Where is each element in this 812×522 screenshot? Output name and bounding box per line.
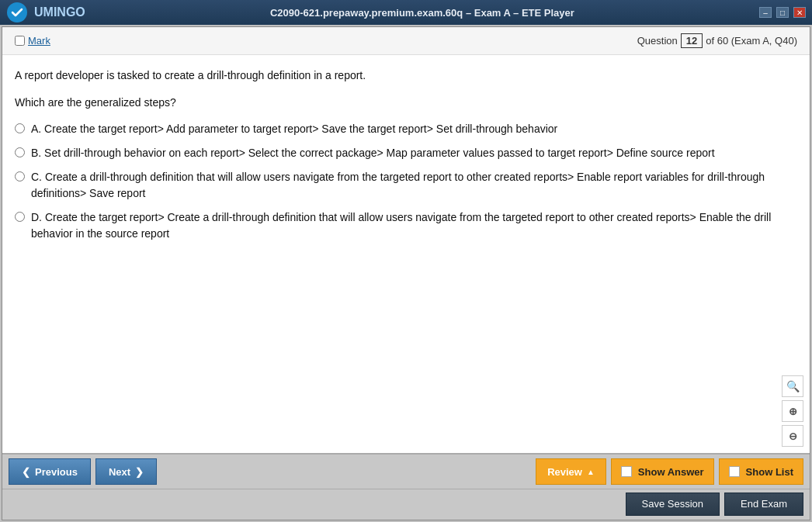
maximize-button[interactable]: □ xyxy=(776,7,789,18)
title-bar-left: UMINGO xyxy=(6,2,85,23)
question-label: Question xyxy=(637,35,678,47)
radio-c[interactable] xyxy=(15,171,25,181)
previous-button[interactable]: Previous xyxy=(9,458,91,485)
question-header: Mark Question 12 of 60 (Exam A, Q40) xyxy=(2,27,810,55)
question-text-2: Which are the generalized steps? xyxy=(15,96,797,109)
question-of-total: of 60 (Exam A, Q40) xyxy=(706,35,797,47)
show-answer-checkbox-icon xyxy=(621,466,632,477)
radio-d[interactable] xyxy=(15,212,25,222)
option-a-text: A. Create the target report> Add paramet… xyxy=(31,121,797,137)
radio-b[interactable] xyxy=(15,147,25,157)
bottom-nav-bar: Previous Next Review Show Answer Show Li… xyxy=(2,453,810,489)
review-arrow-icon xyxy=(587,468,595,476)
option-b-text: B. Set drill-through behavior on each re… xyxy=(31,145,797,161)
search-button[interactable]: 🔍 xyxy=(782,375,803,397)
option-b: B. Set drill-through behavior on each re… xyxy=(15,145,797,161)
end-exam-button[interactable]: End Exam xyxy=(724,493,803,516)
show-list-checkbox-icon xyxy=(729,466,740,477)
mark-label[interactable]: Mark xyxy=(28,35,50,47)
question-body: A report developer is tasked to create a… xyxy=(2,55,810,453)
chevron-right-icon xyxy=(135,466,144,478)
mark-checkbox[interactable] xyxy=(15,36,25,46)
brand-name: UMINGO xyxy=(34,5,85,19)
review-button[interactable]: Review xyxy=(536,458,606,485)
zoom-in-button[interactable]: ⊕ xyxy=(782,400,803,422)
minimize-button[interactable]: – xyxy=(759,7,772,18)
tools-panel: 🔍 ⊕ ⊖ xyxy=(782,375,803,447)
show-answer-button[interactable]: Show Answer xyxy=(611,458,714,485)
next-button[interactable]: Next xyxy=(95,458,157,485)
show-answer-label: Show Answer xyxy=(638,466,704,478)
show-list-button[interactable]: Show List xyxy=(719,458,803,485)
previous-label: Previous xyxy=(35,466,78,478)
question-text-1: A report developer is tasked to create a… xyxy=(15,67,797,84)
logo-icon xyxy=(6,2,28,23)
option-d: D. Create the target report> Create a dr… xyxy=(15,209,797,242)
option-c-text: C. Create a drill-through definition tha… xyxy=(31,169,797,202)
save-session-button[interactable]: Save Session xyxy=(626,493,720,516)
question-number: 12 xyxy=(681,33,703,48)
zoom-out-button[interactable]: ⊖ xyxy=(782,425,803,447)
options-list: A. Create the target report> Add paramet… xyxy=(15,121,797,242)
mark-section: Mark xyxy=(15,35,50,47)
show-list-label: Show List xyxy=(746,466,793,478)
option-a: A. Create the target report> Add paramet… xyxy=(15,121,797,137)
option-d-text: D. Create the target report> Create a dr… xyxy=(31,209,797,242)
window-title: C2090-621.prepaway.premium.exam.60q – Ex… xyxy=(270,7,574,19)
review-label: Review xyxy=(547,466,582,478)
radio-a[interactable] xyxy=(15,123,25,133)
action-bar: Save Session End Exam xyxy=(2,489,810,520)
question-info: Question 12 of 60 (Exam A, Q40) xyxy=(637,33,797,48)
title-bar: UMINGO C2090-621.prepaway.premium.exam.6… xyxy=(0,0,812,25)
svg-point-0 xyxy=(7,2,27,22)
close-button[interactable]: ✕ xyxy=(793,7,806,18)
window-controls: – □ ✕ xyxy=(759,7,806,18)
next-label: Next xyxy=(109,466,130,478)
main-window: Mark Question 12 of 60 (Exam A, Q40) A r… xyxy=(2,26,810,520)
option-c: C. Create a drill-through definition tha… xyxy=(15,169,797,202)
chevron-left-icon xyxy=(22,466,30,478)
